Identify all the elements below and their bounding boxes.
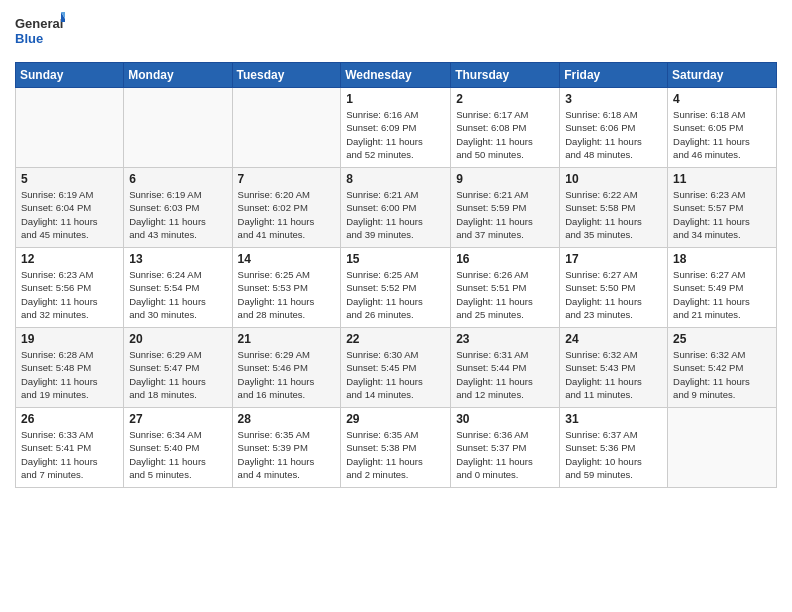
day-number: 10 xyxy=(565,172,662,186)
calendar-cell: 19Sunrise: 6:28 AM Sunset: 5:48 PM Dayli… xyxy=(16,328,124,408)
calendar-cell: 21Sunrise: 6:29 AM Sunset: 5:46 PM Dayli… xyxy=(232,328,341,408)
day-number: 14 xyxy=(238,252,336,266)
day-info: Sunrise: 6:29 AM Sunset: 5:46 PM Dayligh… xyxy=(238,348,336,401)
day-info: Sunrise: 6:36 AM Sunset: 5:37 PM Dayligh… xyxy=(456,428,554,481)
calendar-cell: 10Sunrise: 6:22 AM Sunset: 5:58 PM Dayli… xyxy=(560,168,668,248)
calendar-week-row: 12Sunrise: 6:23 AM Sunset: 5:56 PM Dayli… xyxy=(16,248,777,328)
calendar-cell: 7Sunrise: 6:20 AM Sunset: 6:02 PM Daylig… xyxy=(232,168,341,248)
day-info: Sunrise: 6:21 AM Sunset: 6:00 PM Dayligh… xyxy=(346,188,445,241)
weekday-header-thursday: Thursday xyxy=(451,63,560,88)
day-number: 6 xyxy=(129,172,226,186)
day-number: 31 xyxy=(565,412,662,426)
day-number: 7 xyxy=(238,172,336,186)
day-number: 5 xyxy=(21,172,118,186)
calendar-cell: 29Sunrise: 6:35 AM Sunset: 5:38 PM Dayli… xyxy=(341,408,451,488)
weekday-header-tuesday: Tuesday xyxy=(232,63,341,88)
day-info: Sunrise: 6:21 AM Sunset: 5:59 PM Dayligh… xyxy=(456,188,554,241)
calendar-cell: 16Sunrise: 6:26 AM Sunset: 5:51 PM Dayli… xyxy=(451,248,560,328)
weekday-header-friday: Friday xyxy=(560,63,668,88)
calendar-cell: 31Sunrise: 6:37 AM Sunset: 5:36 PM Dayli… xyxy=(560,408,668,488)
day-info: Sunrise: 6:29 AM Sunset: 5:47 PM Dayligh… xyxy=(129,348,226,401)
calendar-cell: 25Sunrise: 6:32 AM Sunset: 5:42 PM Dayli… xyxy=(668,328,777,408)
svg-text:Blue: Blue xyxy=(15,31,43,46)
day-number: 25 xyxy=(673,332,771,346)
calendar-header-row: SundayMondayTuesdayWednesdayThursdayFrid… xyxy=(16,63,777,88)
day-number: 21 xyxy=(238,332,336,346)
day-info: Sunrise: 6:20 AM Sunset: 6:02 PM Dayligh… xyxy=(238,188,336,241)
page-container: General Blue SundayMondayTuesdayWednesda… xyxy=(0,0,792,498)
calendar-cell: 9Sunrise: 6:21 AM Sunset: 5:59 PM Daylig… xyxy=(451,168,560,248)
calendar-week-row: 26Sunrise: 6:33 AM Sunset: 5:41 PM Dayli… xyxy=(16,408,777,488)
day-info: Sunrise: 6:37 AM Sunset: 5:36 PM Dayligh… xyxy=(565,428,662,481)
weekday-header-wednesday: Wednesday xyxy=(341,63,451,88)
day-number: 23 xyxy=(456,332,554,346)
day-info: Sunrise: 6:27 AM Sunset: 5:49 PM Dayligh… xyxy=(673,268,771,321)
day-info: Sunrise: 6:24 AM Sunset: 5:54 PM Dayligh… xyxy=(129,268,226,321)
calendar-cell: 18Sunrise: 6:27 AM Sunset: 5:49 PM Dayli… xyxy=(668,248,777,328)
day-number: 27 xyxy=(129,412,226,426)
svg-text:General: General xyxy=(15,16,63,31)
weekday-header-monday: Monday xyxy=(124,63,232,88)
day-info: Sunrise: 6:16 AM Sunset: 6:09 PM Dayligh… xyxy=(346,108,445,161)
day-number: 15 xyxy=(346,252,445,266)
day-info: Sunrise: 6:26 AM Sunset: 5:51 PM Dayligh… xyxy=(456,268,554,321)
day-number: 22 xyxy=(346,332,445,346)
calendar-cell: 14Sunrise: 6:25 AM Sunset: 5:53 PM Dayli… xyxy=(232,248,341,328)
calendar-cell: 6Sunrise: 6:19 AM Sunset: 6:03 PM Daylig… xyxy=(124,168,232,248)
day-info: Sunrise: 6:25 AM Sunset: 5:53 PM Dayligh… xyxy=(238,268,336,321)
calendar-cell: 13Sunrise: 6:24 AM Sunset: 5:54 PM Dayli… xyxy=(124,248,232,328)
day-info: Sunrise: 6:35 AM Sunset: 5:38 PM Dayligh… xyxy=(346,428,445,481)
calendar-cell: 26Sunrise: 6:33 AM Sunset: 5:41 PM Dayli… xyxy=(16,408,124,488)
calendar-cell xyxy=(668,408,777,488)
calendar-cell: 3Sunrise: 6:18 AM Sunset: 6:06 PM Daylig… xyxy=(560,88,668,168)
day-number: 4 xyxy=(673,92,771,106)
day-number: 3 xyxy=(565,92,662,106)
calendar-table: SundayMondayTuesdayWednesdayThursdayFrid… xyxy=(15,62,777,488)
day-number: 20 xyxy=(129,332,226,346)
calendar-week-row: 19Sunrise: 6:28 AM Sunset: 5:48 PM Dayli… xyxy=(16,328,777,408)
calendar-cell: 23Sunrise: 6:31 AM Sunset: 5:44 PM Dayli… xyxy=(451,328,560,408)
logo: General Blue xyxy=(15,10,65,54)
day-number: 8 xyxy=(346,172,445,186)
calendar-cell: 15Sunrise: 6:25 AM Sunset: 5:52 PM Dayli… xyxy=(341,248,451,328)
day-number: 30 xyxy=(456,412,554,426)
day-info: Sunrise: 6:19 AM Sunset: 6:03 PM Dayligh… xyxy=(129,188,226,241)
weekday-header-sunday: Sunday xyxy=(16,63,124,88)
calendar-cell: 30Sunrise: 6:36 AM Sunset: 5:37 PM Dayli… xyxy=(451,408,560,488)
day-info: Sunrise: 6:19 AM Sunset: 6:04 PM Dayligh… xyxy=(21,188,118,241)
day-info: Sunrise: 6:34 AM Sunset: 5:40 PM Dayligh… xyxy=(129,428,226,481)
day-number: 11 xyxy=(673,172,771,186)
day-info: Sunrise: 6:22 AM Sunset: 5:58 PM Dayligh… xyxy=(565,188,662,241)
calendar-cell: 11Sunrise: 6:23 AM Sunset: 5:57 PM Dayli… xyxy=(668,168,777,248)
day-number: 2 xyxy=(456,92,554,106)
day-number: 16 xyxy=(456,252,554,266)
day-info: Sunrise: 6:33 AM Sunset: 5:41 PM Dayligh… xyxy=(21,428,118,481)
calendar-cell: 12Sunrise: 6:23 AM Sunset: 5:56 PM Dayli… xyxy=(16,248,124,328)
day-info: Sunrise: 6:18 AM Sunset: 6:06 PM Dayligh… xyxy=(565,108,662,161)
day-info: Sunrise: 6:32 AM Sunset: 5:42 PM Dayligh… xyxy=(673,348,771,401)
day-info: Sunrise: 6:28 AM Sunset: 5:48 PM Dayligh… xyxy=(21,348,118,401)
day-number: 24 xyxy=(565,332,662,346)
day-number: 9 xyxy=(456,172,554,186)
calendar-cell: 28Sunrise: 6:35 AM Sunset: 5:39 PM Dayli… xyxy=(232,408,341,488)
day-info: Sunrise: 6:23 AM Sunset: 5:56 PM Dayligh… xyxy=(21,268,118,321)
calendar-cell: 5Sunrise: 6:19 AM Sunset: 6:04 PM Daylig… xyxy=(16,168,124,248)
calendar-cell: 4Sunrise: 6:18 AM Sunset: 6:05 PM Daylig… xyxy=(668,88,777,168)
day-number: 29 xyxy=(346,412,445,426)
calendar-cell: 22Sunrise: 6:30 AM Sunset: 5:45 PM Dayli… xyxy=(341,328,451,408)
day-number: 13 xyxy=(129,252,226,266)
day-info: Sunrise: 6:25 AM Sunset: 5:52 PM Dayligh… xyxy=(346,268,445,321)
calendar-week-row: 1Sunrise: 6:16 AM Sunset: 6:09 PM Daylig… xyxy=(16,88,777,168)
day-info: Sunrise: 6:17 AM Sunset: 6:08 PM Dayligh… xyxy=(456,108,554,161)
day-number: 17 xyxy=(565,252,662,266)
calendar-cell xyxy=(124,88,232,168)
logo-svg: General Blue xyxy=(15,10,65,54)
calendar-cell: 1Sunrise: 6:16 AM Sunset: 6:09 PM Daylig… xyxy=(341,88,451,168)
day-info: Sunrise: 6:27 AM Sunset: 5:50 PM Dayligh… xyxy=(565,268,662,321)
calendar-cell: 2Sunrise: 6:17 AM Sunset: 6:08 PM Daylig… xyxy=(451,88,560,168)
day-info: Sunrise: 6:30 AM Sunset: 5:45 PM Dayligh… xyxy=(346,348,445,401)
day-info: Sunrise: 6:32 AM Sunset: 5:43 PM Dayligh… xyxy=(565,348,662,401)
calendar-cell: 24Sunrise: 6:32 AM Sunset: 5:43 PM Dayli… xyxy=(560,328,668,408)
calendar-cell: 20Sunrise: 6:29 AM Sunset: 5:47 PM Dayli… xyxy=(124,328,232,408)
day-number: 18 xyxy=(673,252,771,266)
